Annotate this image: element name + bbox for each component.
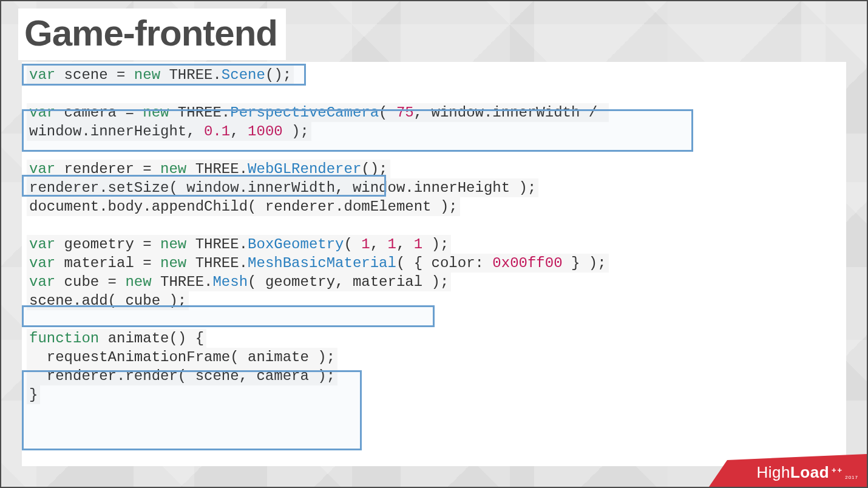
- code-line: var material = new THREE.MeshBasicMateri…: [27, 254, 841, 273]
- code-line: var renderer = new THREE.WebGLRenderer()…: [27, 160, 841, 178]
- highload-logo: HighLoad ++ 2017: [709, 454, 867, 487]
- logo-text: HighLoad ++ 2017: [756, 463, 858, 482]
- code-line-content: var geometry = new THREE.BoxGeometry( 1,…: [27, 235, 451, 254]
- code-line-content: var renderer = new THREE.WebGLRenderer()…: [27, 160, 390, 178]
- code-line: [27, 84, 841, 103]
- code-line: requestAnimationFrame( animate );: [27, 348, 841, 367]
- code-line-content: var cube = new THREE.Mesh( geometry, mat…: [27, 273, 451, 291]
- code-line: var geometry = new THREE.BoxGeometry( 1,…: [27, 235, 841, 254]
- code-line-content: document.body.appendChild( renderer.domE…: [27, 197, 460, 216]
- logo-plus: ++: [832, 466, 843, 475]
- code-line: [27, 141, 841, 160]
- code-line: scene.add( cube );: [27, 291, 841, 310]
- code-line-content: renderer.setSize( window.innerWidth, win…: [27, 178, 538, 197]
- code-line: document.body.appendChild( renderer.domE…: [27, 197, 841, 216]
- code-line-content: }: [27, 385, 40, 404]
- code-line-content: renderer.render( scene, camera );: [27, 367, 337, 385]
- code-line: [27, 216, 841, 235]
- code-line-content: requestAnimationFrame( animate );: [27, 348, 337, 367]
- logo-strong: Load: [790, 463, 829, 482]
- code-line: }: [27, 385, 841, 404]
- code-block: var scene = new THREE.Scene();var camera…: [22, 62, 846, 466]
- code-line-content: function animate() {: [27, 329, 206, 348]
- code-line: window.innerHeight, 0.1, 1000 );: [27, 122, 841, 141]
- code-line: var cube = new THREE.Mesh( geometry, mat…: [27, 273, 841, 291]
- slide-frame: Game-frontend var scene = new THREE.Scen…: [0, 0, 868, 488]
- code-line: renderer.render( scene, camera );: [27, 367, 841, 385]
- code-line-content: window.innerHeight, 0.1, 1000 );: [27, 122, 311, 141]
- code-line: function animate() {: [27, 329, 841, 348]
- slide-title: Game-frontend: [24, 12, 277, 54]
- title-container: Game-frontend: [18, 8, 286, 60]
- code-line-content: scene.add( cube );: [27, 291, 189, 310]
- code-line: renderer.setSize( window.innerWidth, win…: [27, 178, 841, 197]
- code-line: var camera = new THREE.PerspectiveCamera…: [27, 103, 841, 122]
- code-line: var scene = new THREE.Scene();: [27, 66, 841, 84]
- code-line-content: var material = new THREE.MeshBasicMateri…: [27, 254, 609, 273]
- code-line-content: var scene = new THREE.Scene();: [27, 66, 294, 84]
- logo-prefix: High: [756, 463, 790, 482]
- logo-year: 2017: [845, 475, 858, 480]
- code-line: [27, 310, 841, 329]
- code-line-content: var camera = new THREE.PerspectiveCamera…: [27, 103, 609, 122]
